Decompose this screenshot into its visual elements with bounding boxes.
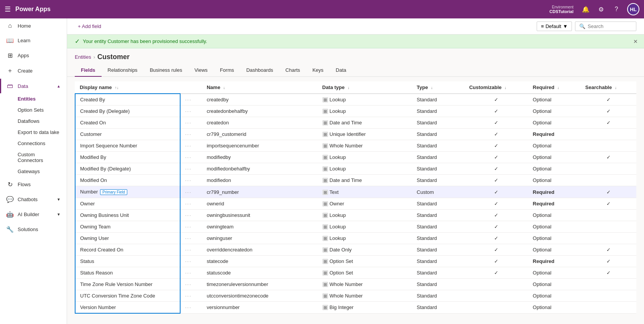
- cell-dots-menu[interactable]: ···: [180, 94, 202, 106]
- col-header-data-type[interactable]: Data type ↓: [318, 81, 412, 94]
- col-header-name[interactable]: Name ↓: [202, 81, 317, 94]
- sidebar-label-apps: Apps: [18, 53, 29, 58]
- banner-close-button[interactable]: ✕: [633, 38, 638, 45]
- cell-dots-menu[interactable]: ···: [180, 290, 202, 302]
- sidebar-item-flows[interactable]: ↻ Flows: [0, 177, 67, 192]
- customizable-check: ✓: [494, 108, 498, 114]
- sidebar-item-dataflows[interactable]: Dataflows: [18, 116, 67, 127]
- sidebar-item-option-sets[interactable]: Option Sets: [18, 104, 67, 116]
- dots-icon[interactable]: ···: [185, 293, 192, 299]
- cell-required: Optional: [528, 210, 581, 221]
- dots-icon[interactable]: ···: [185, 304, 192, 310]
- sidebar-item-entities[interactable]: Entities: [18, 93, 67, 104]
- tab-relationships[interactable]: Relationships: [102, 64, 144, 77]
- breadcrumb: Entities › Customer: [67, 48, 644, 61]
- cell-data-type: ⊞Text: [318, 186, 412, 198]
- cell-dots-menu[interactable]: ···: [180, 302, 202, 314]
- cell-dots-menu[interactable]: ···: [180, 210, 202, 221]
- cell-dots-menu[interactable]: ···: [180, 198, 202, 210]
- sidebar-item-home[interactable]: ⌂ Home: [0, 18, 67, 33]
- dots-icon[interactable]: ···: [185, 212, 192, 218]
- sidebar-item-ai-builder[interactable]: 🤖 AI Builder ▼: [0, 207, 67, 222]
- tab-keys[interactable]: Keys: [306, 64, 330, 77]
- display-name-text: UTC Conversion Time Zone Code: [80, 293, 155, 299]
- col-header-type[interactable]: Type ↓: [412, 81, 465, 94]
- data-type-icon: ⊞: [322, 259, 328, 264]
- cell-dots-menu[interactable]: ···: [180, 163, 202, 175]
- cell-name: owninguser: [202, 233, 317, 244]
- dots-icon[interactable]: ···: [185, 270, 192, 276]
- tab-fields[interactable]: Fields: [75, 64, 102, 77]
- toolbar: + Add field ≡ Default ▼ 🔍: [67, 18, 644, 35]
- cell-dots-menu[interactable]: ···: [180, 129, 202, 140]
- dots-icon[interactable]: ···: [185, 235, 192, 241]
- tab-forms[interactable]: Forms: [214, 64, 240, 77]
- cell-customizable: [465, 302, 528, 314]
- dots-icon[interactable]: ···: [185, 247, 192, 253]
- dots-icon[interactable]: ···: [185, 143, 192, 149]
- sidebar-item-connections[interactable]: Connections: [18, 138, 67, 149]
- dots-icon[interactable]: ···: [185, 120, 192, 126]
- table-row: NumberPrimary Field···cr799_number⊞TextC…: [75, 186, 636, 198]
- sidebar-item-gateways[interactable]: Gateways: [18, 166, 67, 177]
- dots-icon[interactable]: ···: [185, 189, 192, 195]
- data-type-label: Lookup: [330, 97, 346, 102]
- sidebar-item-chatbots[interactable]: 💬 Chatbots ▼: [0, 192, 67, 207]
- cell-dots-menu[interactable]: ···: [180, 279, 202, 290]
- create-icon: ＋: [6, 67, 14, 75]
- search-box[interactable]: 🔍: [575, 21, 636, 31]
- help-icon[interactable]: ?: [612, 5, 621, 14]
- cell-dots-menu[interactable]: ···: [180, 244, 202, 256]
- tab-charts[interactable]: Charts: [279, 64, 306, 77]
- dots-icon[interactable]: ···: [185, 201, 192, 207]
- tab-views[interactable]: Views: [188, 64, 214, 77]
- dots-icon[interactable]: ···: [185, 154, 192, 160]
- dots-icon[interactable]: ···: [185, 258, 192, 264]
- sidebar-item-learn[interactable]: 📖 Learn: [0, 33, 67, 48]
- cell-dots-menu[interactable]: ···: [180, 186, 202, 198]
- hamburger-icon[interactable]: ☰: [5, 5, 11, 13]
- cell-dots-menu[interactable]: ···: [180, 140, 202, 152]
- col-header-customizable[interactable]: Customizable ↓: [465, 81, 528, 94]
- cell-dots-menu[interactable]: ···: [180, 175, 202, 186]
- dots-icon[interactable]: ···: [185, 166, 192, 172]
- breadcrumb-parent[interactable]: Entities: [75, 54, 91, 60]
- dots-icon[interactable]: ···: [185, 224, 192, 230]
- bell-icon[interactable]: 🔔: [581, 5, 590, 14]
- cell-dots-menu[interactable]: ···: [180, 106, 202, 117]
- dots-icon[interactable]: ···: [185, 131, 192, 137]
- sidebar-item-apps[interactable]: ⊞ Apps: [0, 48, 67, 63]
- cell-dots-menu[interactable]: ···: [180, 233, 202, 244]
- cell-dots-menu[interactable]: ···: [180, 117, 202, 129]
- avatar[interactable]: HL: [627, 3, 639, 15]
- dots-icon[interactable]: ···: [185, 281, 192, 287]
- sidebar-item-custom-connectors[interactable]: Custom Connectors: [18, 149, 67, 166]
- cell-dots-menu[interactable]: ···: [180, 267, 202, 279]
- add-field-button[interactable]: + Add field: [75, 22, 104, 31]
- col-header-dots: [180, 81, 202, 94]
- default-button[interactable]: ≡ Default ▼: [537, 21, 572, 31]
- dots-icon[interactable]: ···: [185, 97, 192, 102]
- tab-data[interactable]: Data: [330, 64, 352, 77]
- dots-icon[interactable]: ···: [185, 108, 192, 114]
- cell-display-name: Owner: [75, 198, 180, 210]
- col-header-searchable[interactable]: Searchable ↓: [581, 81, 636, 94]
- col-header-required[interactable]: Required ↓: [528, 81, 581, 94]
- cell-dots-menu[interactable]: ···: [180, 152, 202, 163]
- sidebar-item-data[interactable]: 🗃 Data ▲: [0, 79, 67, 93]
- cell-customizable: ✓: [465, 106, 528, 117]
- col-header-display-name[interactable]: Display name ↑↓: [75, 81, 180, 94]
- cell-dots-menu[interactable]: ···: [180, 256, 202, 267]
- cell-dots-menu[interactable]: ···: [180, 221, 202, 233]
- sidebar-item-export-lake[interactable]: Export to data lake: [18, 127, 67, 138]
- dots-icon[interactable]: ···: [185, 177, 192, 183]
- tab-business-rules[interactable]: Business rules: [144, 64, 189, 77]
- sidebar-item-create[interactable]: ＋ Create: [0, 63, 67, 79]
- display-name-text: Owning Team: [80, 224, 110, 230]
- sidebar-item-solutions[interactable]: 🔧 Solutions: [0, 222, 67, 237]
- cell-type: Standard: [412, 267, 465, 279]
- settings-icon[interactable]: ⚙: [596, 5, 606, 14]
- data-type-label: Lookup: [330, 224, 346, 230]
- search-input[interactable]: [588, 23, 632, 29]
- tab-dashboards[interactable]: Dashboards: [240, 64, 279, 77]
